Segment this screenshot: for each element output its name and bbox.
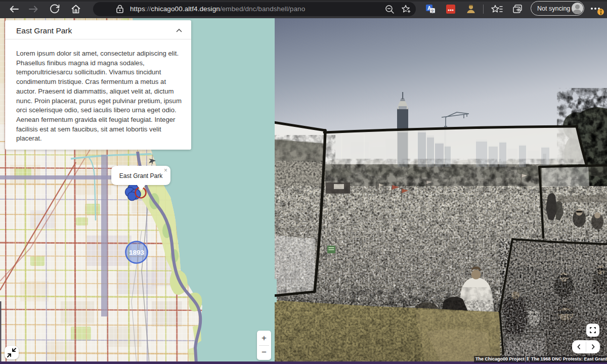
svg-text:1893: 1893 bbox=[129, 249, 145, 256]
svg-text:文: 文 bbox=[430, 9, 435, 14]
